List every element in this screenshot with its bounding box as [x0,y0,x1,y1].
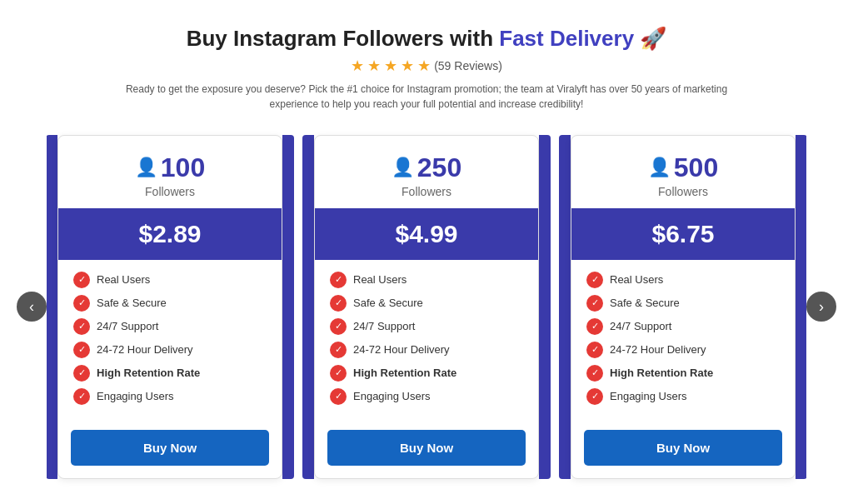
right-accent-3 [796,135,806,479]
check-icon: ✓ [586,272,603,288]
feature-2-2: ✓ 24/7 Support [330,318,523,335]
page-wrapper: Buy Instagram Followers with Fast Delive… [0,1,853,504]
feature-3-1: ✓ Safe & Secure [586,295,780,312]
star-5: ★ [417,57,431,75]
pricing-card-3: 👤 500 Followers $6.75 ✓ Real Users ✓ [571,135,796,479]
follower-count-2: 👤 250 [327,152,526,183]
check-icon: ✓ [586,388,603,405]
left-accent-3 [559,135,571,479]
feature-2-5: ✓ Engaging Users [330,388,523,405]
follower-label-1: Followers [71,185,269,198]
check-icon: ✓ [73,318,90,335]
feature-3-5: ✓ Engaging Users [586,388,780,405]
follower-count-3: 👤 500 [584,152,782,183]
feature-3-0: ✓ Real Users [586,272,780,288]
features-3: ✓ Real Users ✓ Safe & Secure ✓ 24/7 Supp… [571,260,795,423]
feature-3-2: ✓ 24/7 Support [586,318,780,335]
cards-container: 👤 100 Followers $2.89 ✓ Real Users ✓ [47,127,806,487]
buy-now-button-2[interactable]: Buy Now [327,430,526,466]
pricing-card-1: 👤 100 Followers $2.89 ✓ Real Users ✓ [57,135,282,479]
check-icon: ✓ [586,342,603,358]
buy-now-button-1[interactable]: Buy Now [71,430,269,466]
check-icon: ✓ [73,388,90,405]
follower-label-2: Followers [327,185,526,198]
feature-1-5: ✓ Engaging Users [73,388,267,405]
check-icon: ✓ [73,342,90,358]
star-3: ★ [384,57,397,75]
card-wrapper-2: 👤 250 Followers $4.99 ✓ Real Users ✓ [302,135,551,479]
right-accent-1 [282,135,294,479]
check-icon: ✓ [330,342,347,358]
check-icon: ✓ [330,295,347,312]
follower-label-3: Followers [584,185,782,198]
reviews-count: (59 Reviews) [434,59,502,72]
card-top-1: 👤 100 Followers [58,136,282,208]
check-icon: ✓ [330,388,347,405]
features-1: ✓ Real Users ✓ Safe & Secure ✓ 24/7 Supp… [58,260,282,423]
feature-3-3: ✓ 24-72 Hour Delivery [586,342,780,358]
star-4: ★ [401,57,414,75]
check-icon: ✓ [73,272,90,288]
right-accent-2 [539,135,551,479]
check-icon: ✓ [586,295,603,312]
stars-row: ★ ★ ★ ★ ★ (59 Reviews) [17,57,836,75]
price-bar-3: $6.75 [571,208,795,260]
follower-icon-1: 👤 [135,157,157,178]
feature-2-3: ✓ 24-72 Hour Delivery [330,342,523,358]
follower-icon-2: 👤 [392,157,414,178]
feature-1-1: ✓ Safe & Secure [73,295,267,312]
card-wrapper-1: 👤 100 Followers $2.89 ✓ Real Users ✓ [47,135,294,479]
title-plain: Buy Instagram Followers with [187,26,500,51]
buy-now-button-3[interactable]: Buy Now [584,430,782,466]
card-top-3: 👤 500 Followers [571,136,795,208]
card-top-2: 👤 250 Followers [315,136,538,208]
prev-button[interactable]: ‹ [17,292,47,322]
header: Buy Instagram Followers with Fast Delive… [17,26,836,112]
feature-2-1: ✓ Safe & Secure [330,295,523,312]
pricing-card-2: 👤 250 Followers $4.99 ✓ Real Users ✓ [314,135,539,479]
feature-2-4: ✓ High Retention Rate [330,365,523,382]
feature-2-0: ✓ Real Users [330,272,523,288]
feature-1-4: ✓ High Retention Rate [73,365,267,382]
feature-1-3: ✓ 24-72 Hour Delivery [73,342,267,358]
check-icon: ✓ [586,318,603,335]
check-icon: ✓ [73,295,90,312]
title-highlight: Fast Delivery [499,26,634,51]
check-icon: ✓ [73,365,90,382]
left-accent-1 [47,135,57,479]
title-emoji: 🚀 [640,26,666,51]
check-icon: ✓ [330,365,347,382]
check-icon: ✓ [586,365,603,382]
star-2: ★ [367,57,381,75]
feature-1-2: ✓ 24/7 Support [73,318,267,335]
left-accent-2 [302,135,314,479]
card-wrapper-3: 👤 500 Followers $6.75 ✓ Real Users ✓ [559,135,806,479]
feature-1-0: ✓ Real Users [73,272,267,288]
page-title: Buy Instagram Followers with Fast Delive… [17,26,836,52]
follower-count-1: 👤 100 [71,152,269,183]
follower-icon-3: 👤 [648,157,671,178]
next-button[interactable]: › [806,292,836,322]
subtext: Ready to get the exposure you deserve? P… [102,82,751,112]
carousel-wrapper: ‹ 👤 100 Followers $2.89 [17,127,836,487]
feature-3-4: ✓ High Retention Rate [586,365,780,382]
check-icon: ✓ [330,318,347,335]
price-bar-2: $4.99 [315,208,538,260]
price-bar-1: $2.89 [58,208,282,260]
check-icon: ✓ [330,272,347,288]
features-2: ✓ Real Users ✓ Safe & Secure ✓ 24/7 Supp… [315,260,538,423]
star-1: ★ [351,57,364,75]
